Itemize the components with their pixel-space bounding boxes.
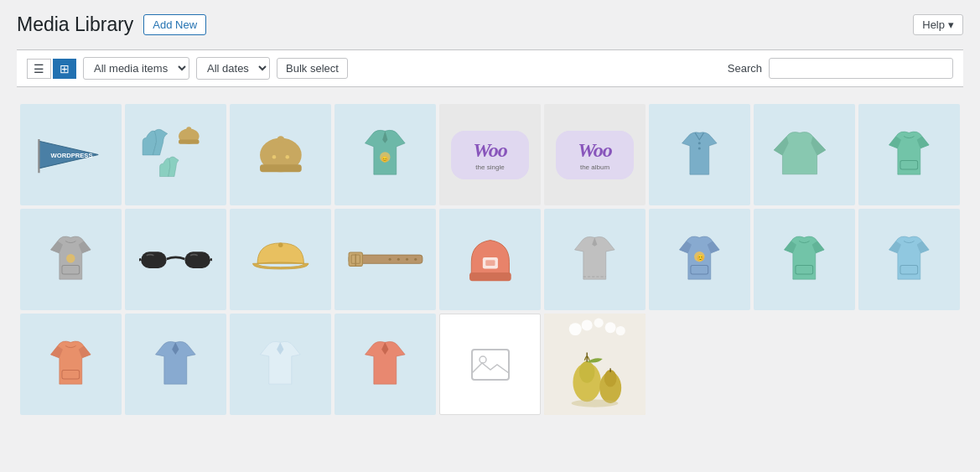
media-item[interactable]	[125, 209, 226, 310]
search-area: Search	[728, 58, 953, 79]
svg-point-22	[278, 243, 283, 248]
media-item[interactable]	[858, 209, 960, 310]
help-button[interactable]: Help ▾	[913, 14, 963, 35]
view-switch: ☰ ⊞	[27, 59, 76, 79]
svg-rect-19	[184, 252, 210, 269]
svg-text:😊: 😊	[697, 255, 705, 262]
chevron-down-icon: ▾	[948, 18, 954, 31]
svg-point-29	[406, 258, 408, 261]
media-type-filter[interactable]: All media items	[83, 57, 189, 80]
svg-point-17	[66, 254, 75, 262]
svg-text:😊: 😊	[381, 156, 388, 163]
svg-line-21	[210, 259, 212, 261]
svg-point-53	[604, 370, 617, 386]
media-item[interactable]	[125, 314, 226, 415]
media-item[interactable]	[858, 104, 960, 205]
page-header-left: Media Library Add New	[17, 13, 206, 36]
svg-point-13	[698, 142, 701, 144]
svg-rect-31	[469, 272, 511, 281]
svg-point-30	[414, 258, 417, 261]
svg-rect-18	[141, 252, 166, 269]
media-item[interactable]	[439, 314, 541, 415]
svg-point-10	[285, 154, 289, 158]
svg-rect-33	[485, 260, 495, 266]
media-item[interactable]	[544, 314, 646, 415]
svg-point-9	[272, 154, 276, 158]
page-title: Media Library	[17, 13, 133, 36]
media-item[interactable]: Woo the single	[439, 104, 541, 205]
help-label: Help	[922, 18, 945, 31]
media-item[interactable]	[230, 314, 331, 415]
svg-point-44	[569, 323, 582, 335]
svg-text:WORDPRESS: WORDPRESS	[51, 152, 93, 159]
add-new-button[interactable]: Add New	[143, 14, 206, 35]
svg-point-8	[277, 136, 284, 143]
page-wrapper: Media Library Add New Help ▾ ☰ ⊞ All med…	[0, 0, 980, 472]
svg-point-14	[698, 148, 701, 150]
media-item[interactable]	[230, 104, 331, 205]
media-item[interactable]	[754, 104, 855, 205]
media-item[interactable]	[20, 314, 122, 415]
svg-point-46	[594, 319, 604, 328]
toolbar: ☰ ⊞ All media items All dates Bulk selec…	[17, 49, 963, 87]
grid-view-button[interactable]: ⊞	[53, 59, 76, 79]
svg-point-45	[582, 319, 593, 330]
media-item[interactable]	[334, 209, 436, 310]
svg-rect-4	[179, 139, 200, 143]
svg-line-20	[139, 259, 141, 261]
svg-point-55	[572, 399, 619, 407]
svg-rect-41	[472, 350, 509, 380]
bulk-select-button[interactable]: Bulk select	[277, 58, 348, 79]
media-item[interactable]	[754, 209, 855, 310]
date-filter[interactable]: All dates	[196, 57, 270, 80]
svg-rect-7	[260, 164, 302, 172]
media-item[interactable]	[230, 209, 331, 310]
media-item[interactable]	[125, 104, 226, 205]
svg-point-48	[616, 326, 625, 335]
media-grid: WORDPRESS	[17, 101, 963, 418]
no-image-placeholder	[470, 348, 511, 381]
media-item[interactable]	[544, 209, 646, 310]
list-view-button[interactable]: ☰	[27, 59, 51, 79]
media-item[interactable]: 😊	[649, 209, 750, 310]
media-item[interactable]	[20, 209, 122, 310]
search-label: Search	[728, 62, 762, 75]
svg-point-50	[579, 361, 595, 383]
media-item[interactable]	[334, 314, 436, 415]
media-item[interactable]: Woo the album	[544, 104, 646, 205]
media-item[interactable]: 😊	[334, 104, 436, 205]
svg-point-47	[605, 322, 616, 333]
svg-point-28	[397, 258, 399, 261]
search-input[interactable]	[769, 58, 953, 79]
media-item[interactable]: WORDPRESS	[20, 104, 122, 205]
media-item[interactable]	[649, 104, 750, 205]
svg-point-42	[480, 356, 486, 363]
svg-point-5	[186, 127, 191, 132]
svg-point-27	[388, 258, 391, 261]
media-item[interactable]	[439, 209, 541, 310]
page-header: Media Library Add New Help ▾	[17, 13, 963, 36]
